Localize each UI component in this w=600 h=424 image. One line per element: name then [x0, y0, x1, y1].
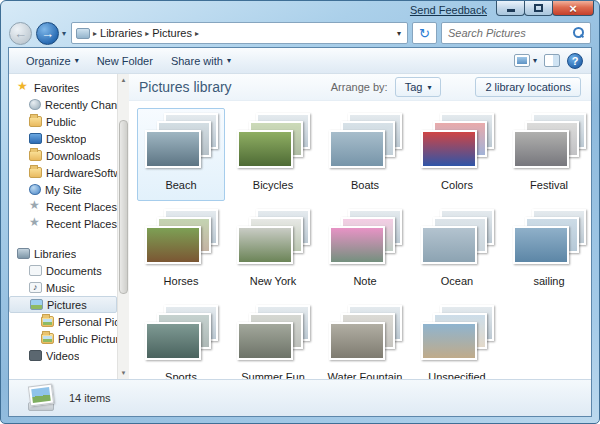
help-button[interactable]: ? [567, 53, 583, 69]
items-grid: BeachBicyclesBoatsColorsFestivalHorsesNe… [129, 101, 591, 379]
command-toolbar: Organize ▾ New Folder Share with ▾ ▾ ? [9, 48, 591, 74]
stacked-photo [421, 130, 477, 168]
breadcrumb-pictures[interactable]: Pictures [152, 27, 192, 39]
crumb-separator-icon: ▸ [93, 29, 97, 38]
address-bar[interactable]: ▸ Libraries ▸ Pictures ▸ ▾ [71, 22, 408, 44]
sidebar-item-public[interactable]: Public [9, 113, 117, 130]
toolbar-right-group: ▾ ? [514, 53, 583, 69]
status-text: 14 items [69, 392, 111, 404]
tile-beach[interactable]: Beach [137, 108, 225, 201]
chevron-down-icon: ▾ [227, 56, 231, 65]
sidebar-item-label: Music [46, 282, 75, 294]
tile-new-york[interactable]: New York [229, 204, 317, 297]
stacked-photo [237, 322, 293, 360]
send-feedback-link[interactable]: Send Feedback [410, 4, 487, 16]
maximize-icon [534, 4, 543, 12]
tile-sports[interactable]: Sports [137, 300, 225, 379]
tile-colors[interactable]: Colors [413, 108, 501, 201]
sidebar-item-downloads[interactable]: Downloads [9, 147, 117, 164]
share-with-button[interactable]: Share with ▾ [162, 52, 240, 70]
tile-boats[interactable]: Boats [321, 108, 409, 201]
change-view-button[interactable]: ▾ [514, 54, 537, 67]
address-dropdown-icon[interactable]: ▾ [397, 29, 403, 38]
site-icon [29, 184, 41, 195]
back-button[interactable]: ← [9, 22, 32, 45]
photo-stack-icon [143, 209, 219, 271]
scroll-up-icon[interactable]: ▲ [118, 74, 129, 86]
sidebar-item-videos[interactable]: Videos [9, 347, 117, 364]
chevron-down-icon: ▾ [427, 83, 431, 92]
tile-festival[interactable]: Festival [505, 108, 591, 201]
scrollbar-track[interactable] [118, 86, 129, 367]
sidebar-scrollbar[interactable]: ▲ ▼ [117, 74, 129, 379]
sidebar-item-recent-places[interactable]: Recent Places [9, 198, 117, 215]
folder-icon [29, 116, 42, 127]
tile-water-fountain[interactable]: Water Fountain [321, 300, 409, 379]
tile-ocean[interactable]: Ocean [413, 204, 501, 297]
recent-places-icon [29, 201, 42, 212]
stacked-photo [421, 322, 477, 360]
sidebar-tree: FavoritesRecently ChangedPublicDesktopDo… [9, 79, 129, 379]
new-folder-button[interactable]: New Folder [88, 52, 162, 70]
recent-pages-dropdown[interactable]: ▾ [62, 29, 66, 38]
tile-label: sailing [533, 275, 564, 287]
maximize-button[interactable] [524, 1, 553, 16]
tile-unspecified[interactable]: Unspecified [413, 300, 501, 379]
sidebar-item-pictures[interactable]: Pictures [9, 296, 117, 313]
tile-label: Note [353, 275, 376, 287]
photo-stack-icon [511, 113, 587, 175]
folder-pictures-icon [41, 316, 54, 327]
sidebar-item-hardwaresoftware[interactable]: HardwareSoftware [9, 164, 117, 181]
sidebar-item-label: Videos [46, 350, 79, 362]
tile-bicycles[interactable]: Bicycles [229, 108, 317, 201]
status-bar: 14 items [9, 379, 591, 416]
recent-changed-icon [29, 99, 41, 110]
navigation-bar: ← → ▾ ▸ Libraries ▸ Pictures ▸ ▾ ↻ Searc… [9, 20, 591, 46]
scroll-down-icon[interactable]: ▼ [118, 367, 129, 379]
organize-label: Organize [26, 55, 71, 67]
sidebar-item-label: Recent Places [46, 201, 117, 213]
close-button[interactable]: × [552, 1, 594, 16]
library-locations-button[interactable]: 2 library locations [475, 77, 581, 97]
sidebar-item-public-pictures[interactable]: Public Pictures [9, 330, 117, 347]
sidebar-item-label: Documents [46, 265, 102, 277]
help-icon: ? [572, 55, 579, 67]
sidebar-item-music[interactable]: Music [9, 279, 117, 296]
photo-stack-icon [419, 209, 495, 271]
tile-sailing[interactable]: sailing [505, 204, 591, 297]
close-icon: × [569, 2, 577, 15]
tile-horses[interactable]: Horses [137, 204, 225, 297]
sidebar-spacer [9, 232, 117, 245]
sidebar-item-recently-changed[interactable]: Recently Changed [9, 96, 117, 113]
photo-stack-icon [419, 113, 495, 175]
photo-stack-icon [327, 305, 403, 367]
arrange-group: Arrange by: Tag ▾ [331, 77, 442, 97]
preview-pane-button[interactable] [544, 54, 560, 67]
sidebar-item-personal-pictures[interactable]: Personal Pictures [9, 313, 117, 330]
arrange-by-dropdown[interactable]: Tag ▾ [395, 77, 442, 97]
refresh-button[interactable]: ↻ [412, 22, 437, 44]
folder-icon [29, 150, 42, 161]
photo-stack-icon [511, 209, 587, 271]
tile-label: Horses [164, 275, 199, 287]
crumb-separator-icon: ▸ [145, 29, 149, 38]
page-title: Pictures library [139, 79, 232, 95]
sidebar-item-documents[interactable]: Documents [9, 262, 117, 279]
minimize-button[interactable] [496, 1, 525, 16]
forward-button[interactable]: → [36, 22, 59, 45]
search-box[interactable]: Search Pictures [441, 22, 591, 44]
breadcrumb-libraries[interactable]: Libraries [100, 27, 142, 39]
client-area: Organize ▾ New Folder Share with ▾ ▾ ? [8, 47, 592, 417]
sidebar-item-my-site[interactable]: My Site [9, 181, 117, 198]
tile-label: Bicycles [253, 179, 293, 191]
sidebar-item-desktop[interactable]: Desktop [9, 130, 117, 147]
sidebar-item-favorites[interactable]: Favorites [9, 79, 117, 96]
scrollbar-thumb[interactable] [119, 120, 128, 294]
sidebar-item-recent-places[interactable]: Recent Places [9, 215, 117, 232]
sidebar-item-libraries[interactable]: Libraries [9, 245, 117, 262]
tile-note[interactable]: Note [321, 204, 409, 297]
tile-summer-fun[interactable]: Summer Fun [229, 300, 317, 379]
stacked-photo [513, 226, 569, 264]
sidebar-item-computer[interactable]: Computer [9, 377, 117, 379]
organize-button[interactable]: Organize ▾ [17, 52, 88, 70]
